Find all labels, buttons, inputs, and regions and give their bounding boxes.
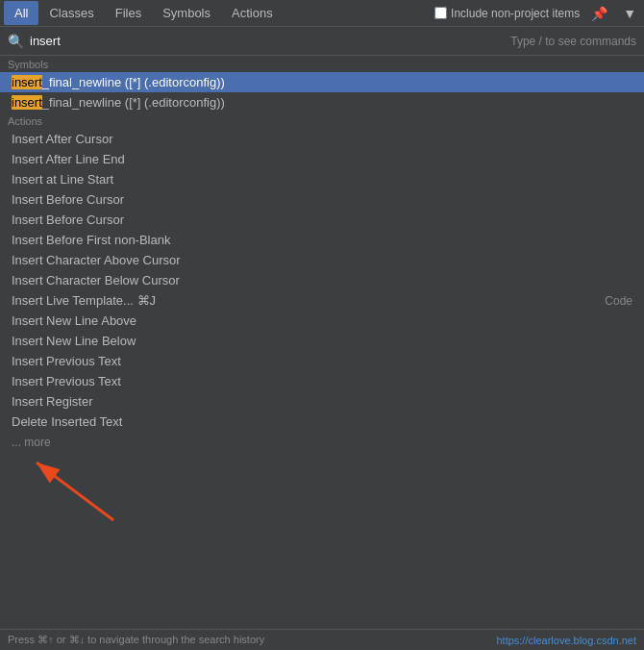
action-item-3-text: Insert Before Cursor — [12, 192, 632, 207]
action-item-12[interactable]: Insert Previous Text — [0, 371, 644, 391]
tab-all[interactable]: All — [4, 1, 38, 25]
results-list: Symbols insert_final_newline ([*] (.edit… — [0, 56, 644, 629]
symbol-item-1-highlight: insert — [12, 75, 42, 89]
search-icon: 🔍 — [8, 34, 24, 49]
action-item-2[interactable]: Insert at Line Start — [0, 169, 644, 189]
tab-files[interactable]: Files — [105, 1, 152, 25]
action-item-4[interactable]: Insert Before Cursor — [0, 210, 644, 230]
action-item-1[interactable]: Insert After Line End — [0, 149, 644, 169]
action-item-14-text: Delete Inserted Text — [12, 414, 632, 429]
action-item-11-text: Insert Previous Text — [12, 354, 632, 368]
arrow-annotation-area — [0, 453, 644, 530]
action-item-9[interactable]: Insert New Line Above — [0, 311, 644, 331]
action-item-0[interactable]: Insert After Cursor — [0, 129, 644, 149]
action-item-9-text: Insert New Line Above — [12, 313, 632, 328]
action-item-1-text: Insert After Line End — [12, 152, 632, 166]
action-item-13[interactable]: Insert Register — [0, 391, 644, 412]
action-item-8-text: Insert Live Template... ⌘J — [12, 293, 585, 308]
header-right: Include non-project items 📌 ▼ — [434, 4, 640, 23]
action-item-0-text: Insert After Cursor — [12, 132, 632, 146]
status-left: Press ⌘↑ or ⌘↓ to navigate through the s… — [8, 634, 264, 646]
symbol-item-1[interactable]: insert_final_newline ([*] (.editorconfig… — [0, 72, 644, 92]
tab-classes[interactable]: Classes — [38, 1, 104, 25]
actions-section-header: Actions — [0, 112, 644, 129]
arrow-svg — [8, 453, 142, 530]
action-item-8-right: Code — [605, 294, 632, 308]
action-item-5[interactable]: Insert Before First non-Blank — [0, 230, 644, 250]
tab-actions[interactable]: Actions — [221, 1, 284, 25]
action-item-10-text: Insert New Line Below — [12, 334, 632, 348]
action-item-5-text: Insert Before First non-Blank — [12, 233, 632, 247]
action-item-8[interactable]: Insert Live Template... ⌘J Code — [0, 290, 644, 311]
action-item-7[interactable]: Insert Character Below Cursor — [0, 270, 644, 290]
header-tabs: All Classes Files Symbols Actions Includ… — [0, 0, 644, 27]
action-item-6-text: Insert Character Above Cursor — [12, 253, 632, 267]
action-item-11[interactable]: Insert Previous Text — [0, 351, 644, 371]
symbol-item-2-text: insert_final_newline ([*] (.editorconfig… — [12, 95, 632, 110]
include-nonproject-text: Include non-project items — [451, 7, 580, 20]
action-item-13-text: Insert Register — [12, 394, 632, 409]
include-nonproject-checkbox[interactable] — [434, 7, 447, 19]
tab-symbols[interactable]: Symbols — [152, 1, 221, 25]
filter-button[interactable]: ▼ — [619, 4, 640, 23]
action-item-12-text: Insert Previous Text — [12, 374, 632, 388]
svg-line-1 — [37, 462, 113, 520]
symbol-item-1-text: insert_final_newline ([*] (.editorconfig… — [12, 75, 632, 89]
search-hint: Type / to see commands — [510, 35, 636, 48]
pin-button[interactable]: 📌 — [587, 4, 611, 23]
action-item-14[interactable]: Delete Inserted Text — [0, 412, 644, 432]
more-link[interactable]: ... more — [0, 432, 644, 453]
symbol-item-2-highlight: insert — [12, 95, 42, 110]
search-input[interactable] — [30, 34, 510, 48]
action-item-6[interactable]: Insert Character Above Cursor — [0, 250, 644, 270]
action-item-7-text: Insert Character Below Cursor — [12, 273, 632, 288]
action-item-4-text: Insert Before Cursor — [12, 212, 632, 227]
status-bar: Press ⌘↑ or ⌘↓ to navigate through the s… — [0, 629, 644, 650]
action-item-10[interactable]: Insert New Line Below — [0, 331, 644, 351]
action-item-3[interactable]: Insert Before Cursor — [0, 189, 644, 210]
symbol-item-2[interactable]: insert_final_newline ([*] (.editorconfig… — [0, 92, 644, 112]
symbols-section-header: Symbols — [0, 56, 644, 72]
search-bar: 🔍 Type / to see commands — [0, 27, 644, 56]
status-right: https://clearlove.blog.csdn.net — [496, 635, 636, 646]
include-nonproject-label[interactable]: Include non-project items — [434, 7, 580, 20]
action-item-2-text: Insert at Line Start — [12, 172, 632, 187]
